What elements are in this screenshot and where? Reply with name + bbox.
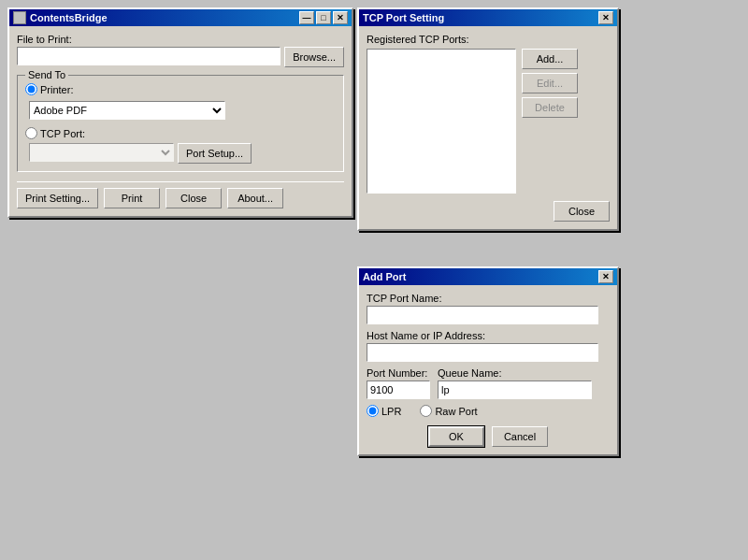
- contentsbridge-close-btn[interactable]: ✕: [333, 11, 348, 24]
- contentsbridge-maximize-btn[interactable]: □: [316, 11, 331, 24]
- browse-button[interactable]: Browse...: [284, 47, 344, 67]
- print-setting-button[interactable]: Print Setting...: [17, 188, 98, 208]
- add-port-title-text: Add Port: [363, 271, 406, 282]
- add-port-window: Add Port ✕ TCP Port Name: Host Name or I…: [357, 266, 619, 456]
- tcp-port-action-buttons: Add... Edit... Delete: [522, 49, 578, 194]
- lpr-label[interactable]: LPR: [381, 406, 401, 417]
- contentsbridge-title-text: ContentsBridge: [30, 12, 108, 23]
- host-name-section: Host Name or IP Address:: [367, 330, 610, 362]
- contentsbridge-icon: [13, 11, 26, 24]
- port-number-section: Port Number:: [367, 367, 430, 399]
- tcp-port-setting-body: Registered TCP Ports: Add... Edit... Del…: [359, 26, 617, 229]
- contentsbridge-body: File to Print: Browse... Send To Printer…: [9, 26, 352, 216]
- queue-name-input-row: [438, 381, 592, 399]
- print-button[interactable]: Print: [104, 188, 160, 208]
- tcp-port-setting-close-button[interactable]: Close: [554, 201, 610, 222]
- cancel-button[interactable]: Cancel: [492, 426, 548, 447]
- printer-radio-label[interactable]: Printer:: [40, 84, 73, 95]
- port-setup-button[interactable]: Port Setup...: [178, 143, 252, 164]
- lpr-option: LPR: [367, 405, 401, 417]
- add-button[interactable]: Add...: [522, 49, 578, 69]
- printer-radio[interactable]: [25, 83, 37, 95]
- raw-port-option: Raw Port: [420, 405, 477, 417]
- raw-port-label[interactable]: Raw Port: [435, 406, 477, 417]
- tcp-port-name-section: TCP Port Name:: [367, 293, 610, 324]
- tcp-port-main-row: Add... Edit... Delete: [367, 49, 610, 194]
- tcp-port-row: TCP Port:: [25, 127, 336, 139]
- port-queue-row: Port Number: Queue Name:: [367, 367, 610, 399]
- registered-ports-label: Registered TCP Ports:: [367, 34, 469, 45]
- printer-row: Printer:: [25, 83, 336, 95]
- file-to-print-section: File to Print: Browse...: [17, 34, 344, 67]
- tcp-port-setting-title-label: TCP Port Setting: [363, 12, 444, 23]
- tcp-port-name-label: TCP Port Name:: [367, 293, 442, 304]
- tcp-port-setting-title-text: TCP Port Setting: [363, 12, 444, 23]
- send-to-label: Send To: [25, 69, 68, 80]
- about-button[interactable]: About...: [227, 188, 283, 208]
- edit-button[interactable]: Edit...: [522, 73, 578, 93]
- tcp-port-name-input[interactable]: [367, 306, 598, 324]
- contentsbridge-title-label: ContentsBridge: [13, 11, 108, 24]
- contentsbridge-window: ContentsBridge — □ ✕ File to Print: Brow…: [7, 7, 353, 218]
- file-to-print-input[interactable]: [17, 47, 280, 65]
- tcp-port-setting-window: TCP Port Setting ✕ Registered TCP Ports:…: [357, 7, 619, 231]
- port-number-input[interactable]: [367, 381, 430, 399]
- queue-name-section: Queue Name:: [438, 367, 592, 399]
- contentsbridge-minimize-btn[interactable]: —: [299, 11, 314, 24]
- bottom-buttons: Print Setting... Print Close About...: [17, 188, 344, 208]
- host-name-input[interactable]: [367, 343, 598, 362]
- ok-button[interactable]: OK: [428, 426, 484, 447]
- send-to-group: Send To Printer: Adobe PDF TCP Port:: [17, 75, 344, 172]
- tcp-port-radio-label[interactable]: TCP Port:: [40, 128, 85, 139]
- tcp-port-name-input-row: [367, 306, 610, 324]
- contentsbridge-title-buttons: — □ ✕: [299, 11, 348, 24]
- add-port-close-btn[interactable]: ✕: [598, 270, 613, 283]
- add-port-title-label: Add Port: [363, 271, 406, 282]
- tcp-port-select[interactable]: [29, 143, 174, 162]
- contentsbridge-close-button[interactable]: Close: [165, 188, 222, 208]
- tcp-port-setting-titlebar: TCP Port Setting ✕: [359, 9, 617, 26]
- tcp-port-radio[interactable]: [25, 127, 37, 139]
- tcp-port-close-row: Close: [367, 201, 610, 222]
- protocol-row: LPR Raw Port: [367, 405, 610, 417]
- contentsbridge-titlebar: ContentsBridge — □ ✕: [9, 9, 352, 26]
- delete-button[interactable]: Delete: [522, 97, 578, 118]
- raw-port-radio[interactable]: [420, 405, 432, 417]
- printer-select[interactable]: Adobe PDF: [29, 101, 225, 120]
- add-port-title-buttons: ✕: [598, 270, 613, 283]
- main-separator: [17, 181, 344, 182]
- file-to-print-label: File to Print:: [17, 34, 72, 45]
- printer-select-row: Adobe PDF: [29, 101, 336, 120]
- port-number-input-row: [367, 381, 430, 399]
- host-name-label: Host Name or IP Address:: [367, 330, 485, 341]
- add-port-body: TCP Port Name: Host Name or IP Address: …: [359, 285, 617, 454]
- tcp-port-setting-title-buttons: ✕: [598, 11, 613, 24]
- add-port-titlebar: Add Port ✕: [359, 268, 617, 285]
- queue-name-label: Queue Name:: [438, 367, 501, 379]
- file-to-print-row: Browse...: [17, 47, 344, 67]
- queue-name-input[interactable]: [438, 381, 592, 399]
- tcp-port-input-row: Port Setup...: [29, 143, 336, 164]
- add-port-buttons: OK Cancel: [367, 426, 610, 447]
- port-number-label: Port Number:: [367, 367, 427, 379]
- tcp-setting-close-btn[interactable]: ✕: [598, 11, 613, 24]
- registered-ports-listbox[interactable]: [367, 49, 516, 194]
- host-name-input-row: [367, 343, 610, 362]
- lpr-radio[interactable]: [367, 405, 379, 417]
